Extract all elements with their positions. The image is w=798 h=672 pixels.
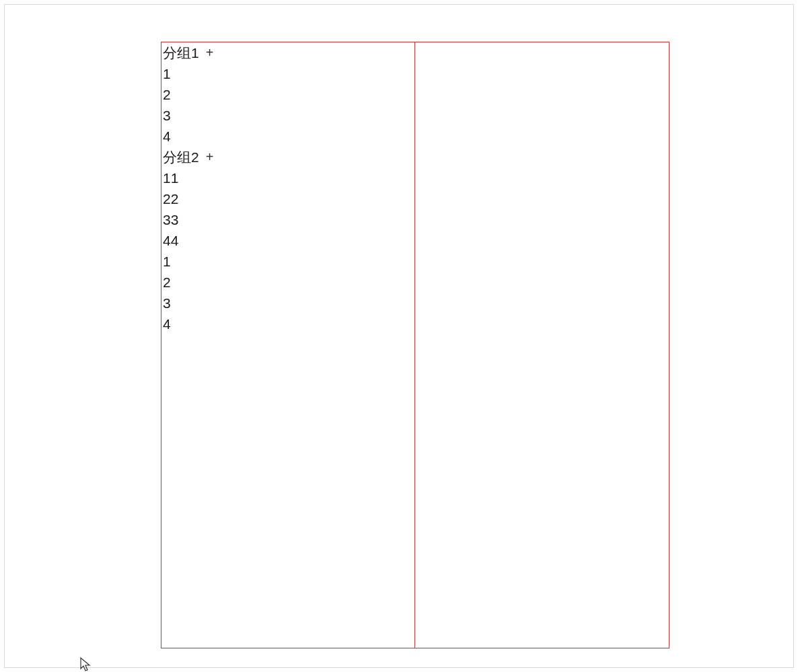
list-item[interactable]: 4	[161, 126, 414, 147]
list-item[interactable]: 11	[161, 167, 414, 188]
list-item[interactable]: 22	[161, 188, 414, 209]
group-header-1[interactable]: 分组1 +	[161, 42, 414, 63]
group-label: 分组1	[163, 42, 199, 63]
outer-frame: 分组1 + 1 2 3 4 分组2 + 11 22 33 44 1 2 3 4	[4, 4, 794, 668]
list-item[interactable]: 44	[161, 230, 414, 251]
group-header-2[interactable]: 分组2 +	[161, 147, 414, 167]
list-item[interactable]: 1	[161, 251, 414, 272]
right-panel	[415, 42, 669, 648]
group-label: 分组2	[163, 147, 199, 167]
expand-icon[interactable]: +	[206, 147, 214, 167]
list-item[interactable]: 33	[161, 209, 414, 230]
list-item[interactable]: 2	[161, 272, 414, 293]
list-item[interactable]: 1	[161, 63, 414, 84]
list-item[interactable]: 2	[161, 84, 414, 105]
expand-icon[interactable]: +	[206, 42, 214, 63]
mouse-cursor-icon	[80, 657, 92, 672]
left-panel: 分组1 + 1 2 3 4 分组2 + 11 22 33 44 1 2 3 4	[161, 42, 415, 648]
list-item[interactable]: 3	[161, 105, 414, 126]
panels-container: 分组1 + 1 2 3 4 分组2 + 11 22 33 44 1 2 3 4	[161, 42, 669, 648]
list-item[interactable]: 4	[161, 313, 414, 334]
list-item[interactable]: 3	[161, 293, 414, 313]
